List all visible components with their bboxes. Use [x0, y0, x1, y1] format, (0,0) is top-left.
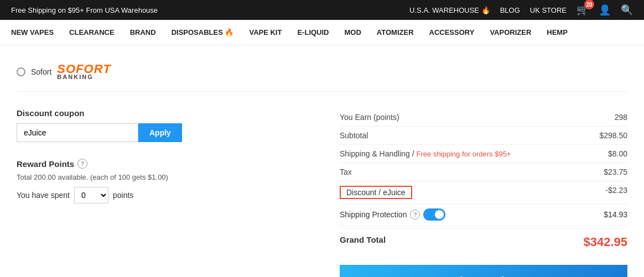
shipping-protection-toggle[interactable]	[423, 208, 445, 221]
checkout-two-col: Discount coupon Apply Reward Points ? To…	[17, 108, 627, 277]
summary-row-tax: Tax $23.75	[340, 163, 627, 181]
shipping-protection-label: Shipping Protection	[340, 210, 407, 219]
subtotal-value: $298.50	[583, 131, 627, 140]
uk-store-link[interactable]: UK STORE	[530, 6, 567, 14]
discount-section: Discount coupon Apply	[17, 108, 307, 142]
earn-value: 298	[583, 113, 627, 122]
main-content: Sofort SOFORT BANKING Discount coupon Ap…	[0, 45, 644, 277]
nav-disposables[interactable]: DISPOSABLES 🔥	[172, 28, 234, 36]
discount-value: -$2.23	[583, 186, 627, 199]
tax-label: Tax	[340, 168, 583, 176]
summary-row-subtotal: Subtotal $298.50	[340, 127, 627, 145]
nav-mod[interactable]: MOD	[345, 28, 361, 36]
promo-text: Free Shipping on $95+ From USA Warehouse	[11, 6, 158, 14]
nav-accessory[interactable]: ACCESSORY	[429, 28, 475, 36]
reward-row: You have spent 0 100 200 points	[17, 187, 307, 203]
nav-vaporizer[interactable]: VAPORIZER	[490, 28, 531, 36]
nav-new-vapes[interactable]: NEW VAPES	[11, 28, 54, 36]
subtotal-label: Subtotal	[340, 131, 583, 140]
spent-label: You have spent	[17, 191, 70, 200]
summary-row-shipping: Shipping & Handling / Free shipping for …	[340, 145, 627, 163]
sofort-logo-bottom: BANKING	[57, 74, 111, 80]
cart-icon-wrap[interactable]: 🛒 20	[577, 4, 589, 16]
reward-help-icon[interactable]: ?	[77, 159, 87, 169]
sofort-text-label: Sofort	[31, 67, 51, 76]
order-summary: You Earn (points) 298 Subtotal $298.50 S…	[340, 108, 627, 277]
reward-description: Total 200.00 available. (each of 100 get…	[17, 173, 307, 181]
nav-vape-kit[interactable]: VAPE KIT	[249, 28, 282, 36]
nav-atomizer[interactable]: ATOMIZER	[377, 28, 414, 36]
nav-hemp[interactable]: HEMP	[547, 28, 568, 36]
sofort-radio[interactable]	[17, 67, 25, 76]
toggle-knob	[435, 210, 444, 219]
discount-label: Discount coupon	[17, 108, 307, 118]
cart-badge: 20	[584, 0, 594, 9]
left-column: Discount coupon Apply Reward Points ? To…	[17, 108, 307, 203]
nav-clearance[interactable]: CLEARANCE	[69, 28, 115, 36]
shipping-protection-help-icon[interactable]: ?	[410, 210, 420, 219]
discount-row-label: Discount / eJuice	[340, 186, 583, 199]
grand-total-value: $342.95	[583, 235, 627, 249]
apply-button[interactable]: Apply	[138, 123, 182, 142]
points-select[interactable]: 0 100 200	[74, 187, 108, 203]
discount-input[interactable]	[17, 123, 138, 142]
shipping-protection-row: Shipping Protection ? $14.93	[340, 204, 627, 226]
earn-label: You Earn (points)	[340, 113, 583, 122]
top-bar: Free Shipping on $95+ From USA Warehouse…	[0, 0, 644, 20]
main-nav: NEW VAPES CLEARANCE BRAND DISPOSABLES 🔥 …	[0, 20, 644, 45]
summary-row-earn: You Earn (points) 298	[340, 108, 627, 127]
nav-brand[interactable]: BRAND	[130, 28, 156, 36]
place-order-button[interactable]: Place Order	[340, 265, 627, 277]
discount-highlighted: Discount / eJuice	[340, 186, 412, 199]
grand-total-row: Grand Total $342.95	[340, 228, 627, 256]
reward-title: Reward Points ?	[17, 159, 307, 169]
shipping-protection-left: Shipping Protection ?	[340, 208, 445, 221]
grand-total-label: Grand Total	[340, 235, 386, 249]
blog-link[interactable]: BLOG	[500, 6, 520, 14]
tax-value: $23.75	[583, 168, 627, 176]
nav-eliquid[interactable]: E-LIQUID	[297, 28, 329, 36]
shipping-value: $8.00	[583, 149, 627, 158]
right-column: You Earn (points) 298 Subtotal $298.50 S…	[340, 108, 627, 277]
top-bar-right: U.S.A. WAREHOUSE 🔥 BLOG UK STORE 🛒 20 👤 …	[409, 4, 633, 16]
discount-input-row: Apply	[17, 123, 307, 142]
summary-row-discount: Discount / eJuice -$2.23	[340, 181, 627, 204]
points-label: points	[113, 191, 133, 200]
search-icon[interactable]: 🔍	[621, 4, 633, 16]
account-icon[interactable]: 👤	[599, 4, 611, 16]
sofort-payment-option: Sofort SOFORT BANKING	[17, 56, 627, 92]
free-shipping-note: Free shipping for orders $95+	[417, 150, 511, 158]
shipping-label: Shipping & Handling / Free shipping for …	[340, 149, 583, 158]
shipping-protection-value: $14.93	[583, 210, 627, 219]
sofort-logo: SOFORT BANKING	[57, 63, 111, 80]
reward-section: Reward Points ? Total 200.00 available. …	[17, 159, 307, 203]
warehouse-link[interactable]: U.S.A. WAREHOUSE 🔥	[409, 6, 490, 14]
